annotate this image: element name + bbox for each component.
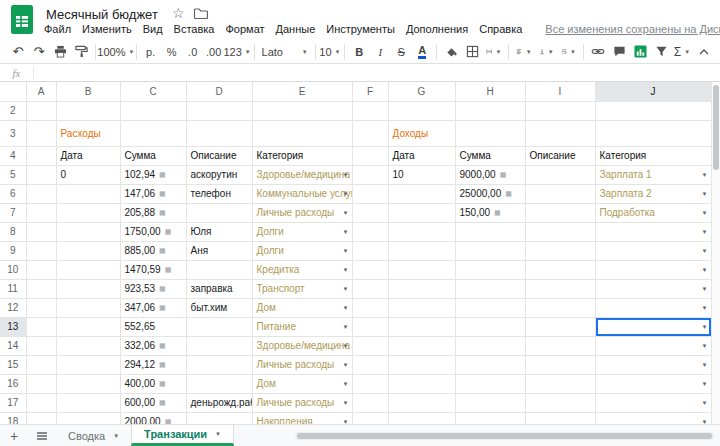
cell-D8[interactable]: Юля <box>186 222 252 241</box>
cell-F18[interactable] <box>352 412 388 424</box>
cell-F4[interactable] <box>352 146 388 165</box>
cell-G15[interactable] <box>388 355 455 374</box>
cell-J10[interactable]: ▼ <box>595 260 711 279</box>
row-header-17[interactable]: 17 <box>0 393 26 412</box>
cell-G4[interactable]: Дата <box>388 146 455 165</box>
row-header-13[interactable]: 13 <box>0 317 26 336</box>
cell-B14[interactable] <box>56 336 120 355</box>
cell-F14[interactable] <box>352 336 388 355</box>
row-header-6[interactable]: 6 <box>0 184 26 203</box>
cell-A8[interactable] <box>26 222 56 241</box>
menu-file[interactable]: Файл <box>44 23 71 35</box>
dropdown-arrow-icon[interactable]: ▼ <box>702 362 708 368</box>
font-size-select[interactable]: 10▼ <box>320 42 341 62</box>
cell-J13[interactable]: ▼ <box>595 317 711 336</box>
column-header-H[interactable]: H <box>455 82 525 101</box>
dropdown-arrow-icon[interactable]: ▼ <box>343 343 349 349</box>
cell-H11[interactable] <box>455 279 525 298</box>
cell-D13[interactable] <box>186 317 252 336</box>
cell-I12[interactable] <box>525 298 595 317</box>
cell-I5[interactable] <box>525 165 595 184</box>
cell-E8[interactable]: Долги▼ <box>252 222 352 241</box>
add-sheet-button[interactable]: + <box>0 425 28 446</box>
cell-D12[interactable]: быт.хим <box>186 298 252 317</box>
dropdown-arrow-icon[interactable]: ▼ <box>702 172 708 178</box>
column-header-B[interactable]: B <box>56 82 120 101</box>
more-formats-button[interactable]: 123▼ <box>225 42 250 62</box>
cell-B8[interactable] <box>56 222 120 241</box>
cell-C9[interactable]: 885,00▦ <box>120 241 186 260</box>
cell-F8[interactable] <box>352 222 388 241</box>
cell-C13[interactable]: 552,65 <box>120 317 186 336</box>
row-header-7[interactable]: 7 <box>0 203 26 222</box>
horizontal-scrollbar[interactable] <box>295 432 714 440</box>
cell-A10[interactable] <box>26 260 56 279</box>
cell-G3[interactable]: Доходы <box>388 120 455 146</box>
cell-B10[interactable] <box>56 260 120 279</box>
cell-E7[interactable]: Личные расходы▼ <box>252 203 352 222</box>
cell-I15[interactable] <box>525 355 595 374</box>
cell-G8[interactable] <box>388 222 455 241</box>
cell-I8[interactable] <box>525 222 595 241</box>
cell-C17[interactable]: 600,00▦ <box>120 393 186 412</box>
cell-E14[interactable]: Здоровье/медицина▼ <box>252 336 352 355</box>
cell-A3[interactable] <box>26 120 56 146</box>
cell-D4[interactable]: Описание <box>186 146 252 165</box>
cell-B6[interactable] <box>56 184 120 203</box>
horizontal-align-button[interactable]: ▼ <box>513 42 534 62</box>
cell-G9[interactable] <box>388 241 455 260</box>
cell-I7[interactable] <box>525 203 595 222</box>
dropdown-arrow-icon[interactable]: ▼ <box>343 248 349 254</box>
menu-view[interactable]: Вид <box>143 23 163 35</box>
dropdown-arrow-icon[interactable]: ▼ <box>343 172 349 178</box>
dropdown-arrow-icon[interactable]: ▼ <box>702 400 708 406</box>
cell-I11[interactable] <box>525 279 595 298</box>
cell-F3[interactable] <box>352 120 388 146</box>
cell-H2[interactable] <box>455 101 525 120</box>
menu-help[interactable]: Справка <box>479 23 522 35</box>
cell-B12[interactable] <box>56 298 120 317</box>
cell-E4[interactable]: Категория <box>252 146 352 165</box>
cell-J11[interactable]: ▼ <box>595 279 711 298</box>
cell-F6[interactable] <box>352 184 388 203</box>
cell-J7[interactable]: Подработка▼ <box>595 203 711 222</box>
cell-I3[interactable] <box>525 120 595 146</box>
cell-H10[interactable] <box>455 260 525 279</box>
cell-J4[interactable]: Категория <box>595 146 711 165</box>
cell-A14[interactable] <box>26 336 56 355</box>
cell-E9[interactable]: Долги▼ <box>252 241 352 260</box>
cell-A7[interactable] <box>26 203 56 222</box>
cell-B5[interactable]: 0 <box>56 165 120 184</box>
dropdown-arrow-icon[interactable]: ▼ <box>343 381 349 387</box>
cell-J18[interactable]: ▼ <box>595 412 711 424</box>
cell-A13[interactable] <box>26 317 56 336</box>
cell-E13[interactable]: Питание▼ <box>252 317 352 336</box>
format-percent-button[interactable]: % <box>162 42 182 62</box>
column-header-J[interactable]: J <box>595 82 711 101</box>
fill-color-button[interactable] <box>441 42 461 62</box>
insert-comment-button[interactable] <box>609 42 629 62</box>
cell-J15[interactable]: ▼ <box>595 355 711 374</box>
column-header-C[interactable]: C <box>120 82 186 101</box>
cell-F11[interactable] <box>352 279 388 298</box>
column-header-F[interactable]: F <box>352 82 388 101</box>
cell-A6[interactable] <box>26 184 56 203</box>
cell-I14[interactable] <box>525 336 595 355</box>
cell-F12[interactable] <box>352 298 388 317</box>
collapse-toolbar-button[interactable] <box>694 42 714 62</box>
cell-D6[interactable]: телефон <box>186 184 252 203</box>
cell-D7[interactable] <box>186 203 252 222</box>
row-header-8[interactable]: 8 <box>0 222 26 241</box>
row-header-10[interactable]: 10 <box>0 260 26 279</box>
redo-button[interactable]: ↷ <box>29 42 49 62</box>
cell-E12[interactable]: Дом▼ <box>252 298 352 317</box>
cell-H13[interactable] <box>455 317 525 336</box>
cell-G10[interactable] <box>388 260 455 279</box>
cell-C3[interactable] <box>120 120 186 146</box>
column-header-A[interactable]: A <box>26 82 56 101</box>
cell-D14[interactable] <box>186 336 252 355</box>
cell-H7[interactable]: 150,00▦ <box>455 203 525 222</box>
cell-H5[interactable]: 9000,00▦ <box>455 165 525 184</box>
cell-F13[interactable] <box>352 317 388 336</box>
cell-B3[interactable]: Расходы <box>56 120 120 146</box>
